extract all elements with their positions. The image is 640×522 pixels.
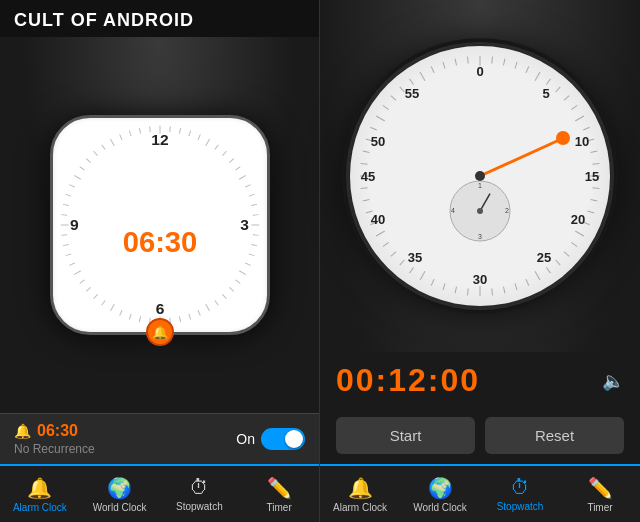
right-panel: 0 5 10 15 20 25 30 35 40 45 50 55 1 2 3 …	[320, 0, 640, 522]
svg-text:0: 0	[476, 64, 483, 79]
svg-line-92	[515, 283, 517, 290]
world-clock-nav-label-right: World Clock	[413, 502, 467, 513]
svg-line-100	[420, 271, 425, 280]
svg-line-104	[383, 242, 389, 246]
svg-line-116	[383, 105, 389, 109]
svg-line-24	[214, 301, 217, 306]
svg-line-42	[65, 254, 71, 256]
svg-line-32	[139, 316, 140, 322]
svg-line-68	[515, 62, 517, 69]
timer-nav-icon-right: ✏️	[588, 476, 613, 500]
alarm-time-text: 06:30	[37, 422, 78, 440]
nav-alarm-clock[interactable]: 🔔 Alarm Clock	[0, 466, 80, 522]
alarm-icon[interactable]: 🔔	[146, 318, 174, 346]
alarm-clock-nav-icon: 🔔	[27, 476, 52, 500]
svg-line-33	[129, 314, 131, 320]
stopwatch-clock-area: 0 5 10 15 20 25 30 35 40 45 50 55 1 2 3 …	[320, 0, 640, 352]
analog-clock: 12 3 6 9 06:30 🔔	[50, 115, 270, 335]
nav-world-clock[interactable]: 🌍 World Clock	[80, 466, 160, 522]
svg-line-73	[564, 96, 569, 101]
nav-world-clock-right[interactable]: 🌍 World Clock	[400, 466, 480, 522]
svg-line-90	[535, 271, 540, 280]
nav-timer-left[interactable]: ✏️ Timer	[239, 466, 319, 522]
svg-line-1	[169, 126, 170, 132]
svg-line-94	[492, 288, 493, 295]
svg-line-34	[119, 310, 121, 315]
svg-line-49	[69, 185, 74, 187]
svg-text:1: 1	[478, 182, 482, 189]
alarm-clock-nav-label: Alarm Clock	[13, 502, 67, 513]
svg-line-109	[361, 188, 368, 189]
alarm-info-left: 🔔 06:30 No Recurrence	[14, 422, 95, 456]
svg-line-39	[79, 280, 84, 283]
svg-line-13	[251, 204, 257, 205]
start-button[interactable]: Start	[336, 417, 475, 454]
svg-text:10: 10	[575, 134, 589, 149]
svg-line-76	[583, 127, 589, 130]
svg-text:9: 9	[70, 216, 79, 233]
svg-line-118	[400, 87, 405, 92]
stopwatch-nav-icon-left: ⏱	[189, 476, 209, 499]
svg-line-67	[503, 59, 504, 66]
svg-line-96	[467, 288, 468, 295]
svg-text:6: 6	[155, 300, 164, 317]
alarm-toggle[interactable]	[261, 428, 305, 450]
svg-line-66	[492, 57, 493, 64]
svg-line-35	[110, 304, 114, 311]
svg-line-43	[62, 244, 68, 245]
svg-point-145	[556, 131, 570, 145]
svg-line-112	[363, 151, 370, 152]
svg-line-48	[65, 194, 71, 196]
svg-line-22	[229, 287, 233, 291]
svg-line-124	[467, 57, 468, 64]
svg-line-58	[139, 128, 140, 134]
svg-line-69	[526, 66, 529, 72]
svg-text:20: 20	[571, 212, 585, 227]
reset-button[interactable]: Reset	[485, 417, 624, 454]
svg-line-144	[480, 141, 557, 176]
nav-stopwatch-left[interactable]: ⏱ Stopwatch	[160, 466, 240, 522]
svg-line-70	[535, 72, 540, 81]
svg-line-37	[93, 294, 97, 298]
svg-line-18	[248, 254, 254, 256]
stopwatch-buttons: Start Reset	[320, 409, 640, 464]
volume-icon[interactable]: 🔈	[602, 370, 624, 392]
svg-line-3	[188, 131, 190, 137]
svg-line-47	[62, 204, 68, 205]
right-bottom-nav: 🔔 Alarm Clock 🌍 World Clock ⏱ Stopwatch …	[320, 464, 640, 522]
alarm-time-display: 🔔 06:30	[14, 422, 95, 440]
svg-line-57	[129, 131, 131, 137]
svg-line-46	[61, 215, 67, 216]
svg-text:4: 4	[451, 207, 455, 214]
svg-text:35: 35	[408, 250, 422, 265]
svg-line-98	[443, 283, 445, 290]
svg-line-38	[86, 287, 90, 291]
nav-timer-right[interactable]: ✏️ Timer	[560, 466, 640, 522]
svg-text:50: 50	[371, 134, 385, 149]
svg-line-26	[197, 310, 199, 315]
svg-line-83	[587, 211, 594, 213]
timer-nav-label-left: Timer	[267, 502, 292, 513]
clock-face: 12 3 6 9 06:30	[53, 118, 267, 332]
svg-line-6	[214, 145, 217, 150]
svg-text:2: 2	[505, 207, 509, 214]
stopwatch-nav-label-left: Stopwatch	[176, 501, 223, 512]
svg-line-103	[391, 252, 396, 257]
svg-line-50	[74, 175, 81, 179]
svg-line-111	[361, 163, 368, 164]
svg-line-20	[239, 271, 246, 275]
svg-text:25: 25	[537, 250, 551, 265]
stopwatch-nav-icon-right: ⏱	[510, 476, 530, 499]
svg-text:40: 40	[371, 212, 385, 227]
svg-line-121	[431, 66, 434, 72]
svg-line-59	[149, 126, 150, 132]
svg-line-86	[571, 242, 577, 246]
timer-nav-label-right: Timer	[587, 502, 612, 513]
nav-stopwatch-right[interactable]: ⏱ Stopwatch	[480, 466, 560, 522]
stopwatch-time: 00:12:00	[336, 362, 480, 399]
svg-line-117	[391, 96, 396, 101]
svg-line-78	[591, 151, 598, 152]
svg-line-75	[575, 116, 584, 121]
nav-alarm-clock-right[interactable]: 🔔 Alarm Clock	[320, 466, 400, 522]
svg-line-41	[69, 263, 74, 265]
